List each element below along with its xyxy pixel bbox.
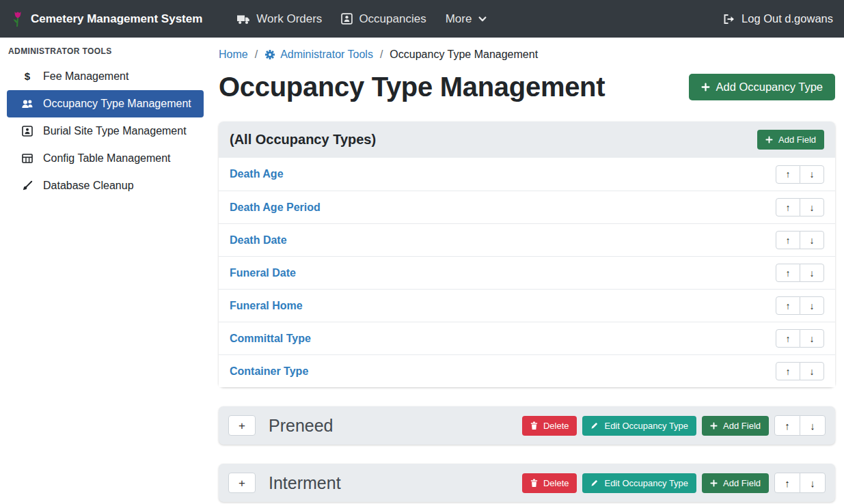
move-up-button[interactable]: ↑ bbox=[776, 362, 800, 380]
nav-more[interactable]: More bbox=[436, 7, 498, 31]
move-up-button[interactable]: ↑ bbox=[776, 329, 800, 348]
move-up-button[interactable]: ↑ bbox=[776, 296, 800, 315]
trash-icon bbox=[530, 421, 538, 430]
plus-icon bbox=[765, 136, 773, 143]
section-reorder-group: ↑ ↓ bbox=[774, 415, 826, 436]
arrow-down-icon: ↓ bbox=[810, 235, 815, 246]
field-link-funeral-date[interactable]: Funeral Date bbox=[230, 267, 296, 279]
delete-button[interactable]: Delete bbox=[522, 416, 577, 436]
field-rows: Death Age ↑ ↓ Death Age Period ↑ ↓ Death… bbox=[219, 158, 835, 387]
plus-icon bbox=[710, 479, 718, 487]
field-row: Funeral Home ↑ ↓ bbox=[219, 289, 835, 322]
truck-icon bbox=[236, 14, 250, 25]
section-name: Preneed bbox=[269, 416, 333, 436]
delete-label: Delete bbox=[543, 478, 569, 488]
gear-icon bbox=[264, 49, 275, 60]
sidebar-item-occupancy-type-management[interactable]: Occupancy Type Management bbox=[7, 90, 204, 117]
sidebar-item-label: Occupancy Type Management bbox=[43, 98, 191, 110]
add-field-button[interactable]: Add Field bbox=[702, 473, 769, 493]
add-field-button[interactable]: Add Field bbox=[702, 416, 769, 436]
arrow-up-icon: ↑ bbox=[785, 477, 790, 489]
move-down-button[interactable]: ↓ bbox=[800, 473, 826, 493]
move-up-button[interactable]: ↑ bbox=[774, 415, 800, 436]
app-brand[interactable]: Cemetery Management System bbox=[11, 10, 202, 28]
pencil-icon bbox=[590, 421, 599, 430]
all-occupancy-types-card: (All Occupancy Types) Add Field Death Ag… bbox=[219, 122, 835, 387]
edit-occupancy-type-button[interactable]: Edit Occupancy Type bbox=[582, 473, 696, 493]
field-link-container-type[interactable]: Container Type bbox=[230, 365, 308, 378]
move-up-button[interactable]: ↑ bbox=[776, 165, 800, 184]
field-link-death-age[interactable]: Death Age bbox=[230, 168, 284, 180]
pencil-icon bbox=[590, 479, 599, 487]
sidebar-item-database-cleanup[interactable]: Database Cleanup bbox=[7, 172, 204, 199]
chevron-down-icon bbox=[478, 14, 487, 24]
nav-work-orders[interactable]: Work Orders bbox=[227, 7, 331, 31]
sidebar-header: Administrator Tools bbox=[7, 46, 204, 63]
field-link-funeral-home[interactable]: Funeral Home bbox=[230, 300, 303, 312]
add-occupancy-type-button[interactable]: Add Occupancy Type bbox=[689, 74, 835, 100]
breadcrumb-home-link[interactable]: Home bbox=[219, 48, 248, 61]
add-field-label: Add Field bbox=[723, 421, 761, 431]
person-box-icon bbox=[19, 126, 36, 137]
field-reorder-group: ↑ ↓ bbox=[776, 329, 824, 348]
move-down-button[interactable]: ↓ bbox=[800, 165, 824, 184]
breadcrumb-admin-tools-link[interactable]: Administrator Tools bbox=[264, 48, 373, 61]
arrow-down-icon: ↓ bbox=[810, 333, 815, 344]
delete-button[interactable]: Delete bbox=[522, 473, 577, 493]
move-up-button[interactable]: ↑ bbox=[776, 198, 800, 216]
arrow-up-icon: ↑ bbox=[786, 235, 791, 246]
sidebar-item-label: Database Cleanup bbox=[43, 180, 134, 192]
broom-icon bbox=[19, 180, 36, 191]
nav-occupancies-label: Occupancies bbox=[359, 12, 426, 26]
edit-occupancy-type-label: Edit Occupancy Type bbox=[604, 421, 688, 431]
move-down-button[interactable]: ↓ bbox=[800, 296, 824, 315]
move-down-button[interactable]: ↓ bbox=[800, 231, 824, 249]
move-down-button[interactable]: ↓ bbox=[800, 264, 824, 282]
move-up-button[interactable]: ↑ bbox=[776, 264, 800, 282]
field-reorder-group: ↑ ↓ bbox=[776, 198, 824, 216]
edit-occupancy-type-button[interactable]: Edit Occupancy Type bbox=[582, 416, 696, 436]
move-down-button[interactable]: ↓ bbox=[800, 415, 826, 436]
nav-occupancies[interactable]: Occupancies bbox=[331, 7, 435, 31]
field-link-death-date[interactable]: Death Date bbox=[230, 234, 287, 247]
field-row: Container Type ↑ ↓ bbox=[219, 354, 835, 387]
plus-icon bbox=[701, 83, 710, 92]
add-field-button[interactable]: Add Field bbox=[757, 130, 824, 150]
arrow-down-icon: ↓ bbox=[810, 300, 815, 311]
sidebar-item-config-table-management[interactable]: Config Table Management bbox=[7, 145, 204, 172]
arrow-up-icon: ↑ bbox=[786, 202, 791, 213]
main-content: Home / Administrator Tools / Occupancy T… bbox=[210, 38, 844, 504]
breadcrumb-separator: / bbox=[380, 48, 383, 61]
move-down-button[interactable]: ↓ bbox=[800, 362, 824, 380]
all-occupancy-types-header: (All Occupancy Types) Add Field bbox=[219, 122, 835, 158]
arrow-up-icon: ↑ bbox=[786, 333, 791, 344]
move-down-button[interactable]: ↓ bbox=[800, 198, 824, 216]
field-link-death-age-period[interactable]: Death Age Period bbox=[230, 201, 321, 214]
logout-button[interactable]: Log Out d.gowans bbox=[723, 12, 833, 25]
main-nav: Work Orders Occupancies More bbox=[227, 7, 497, 31]
field-row: Death Date ↑ ↓ bbox=[219, 223, 835, 256]
plus-icon: + bbox=[239, 477, 245, 489]
add-occupancy-type-label: Add Occupancy Type bbox=[716, 81, 823, 94]
nav-work-orders-label: Work Orders bbox=[256, 12, 322, 26]
move-down-button[interactable]: ↓ bbox=[800, 329, 824, 348]
sidebar-item-burial-site-type-management[interactable]: Burial Site Type Management bbox=[7, 117, 204, 145]
move-up-button[interactable]: ↑ bbox=[774, 473, 800, 493]
page-title: Occupancy Type Management bbox=[219, 72, 605, 102]
arrow-down-icon: ↓ bbox=[810, 202, 815, 213]
arrow-up-icon: ↑ bbox=[786, 366, 791, 377]
expand-section-button[interactable]: + bbox=[228, 415, 256, 436]
field-reorder-group: ↑ ↓ bbox=[776, 296, 824, 315]
sections: + Preneed Delete Edit Occupancy Type Add… bbox=[219, 406, 835, 502]
expand-section-button[interactable]: + bbox=[228, 473, 256, 493]
section-reorder-group: ↑ ↓ bbox=[774, 473, 826, 493]
move-up-button[interactable]: ↑ bbox=[776, 231, 800, 249]
sidebar-item-fee-management[interactable]: Fee Management bbox=[7, 63, 204, 90]
field-link-committal-type[interactable]: Committal Type bbox=[230, 333, 311, 345]
person-box-icon bbox=[341, 13, 353, 25]
title-row: Occupancy Type Management Add Occupancy … bbox=[219, 72, 835, 102]
sidebar-item-label: Fee Management bbox=[43, 70, 128, 83]
field-row: Death Age Period ↑ ↓ bbox=[219, 191, 835, 223]
plus-icon bbox=[710, 422, 718, 430]
table-icon bbox=[19, 153, 36, 164]
